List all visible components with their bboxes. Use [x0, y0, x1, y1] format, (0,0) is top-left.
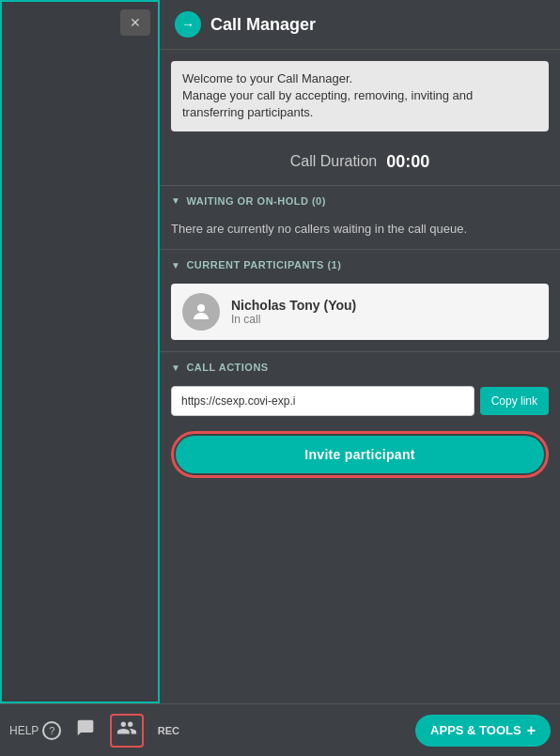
avatar: [182, 293, 220, 331]
divider-3: [160, 351, 560, 352]
arrow-icon: →: [181, 17, 194, 32]
panel-title: Call Manager: [210, 15, 316, 35]
apps-tools-button[interactable]: APPS & TOOLS +: [415, 715, 551, 747]
waiting-chevron: ▼: [171, 195, 180, 206]
panel-header: → Call Manager: [160, 0, 560, 50]
chat-icon: [76, 718, 95, 742]
waiting-section-label: WAITING OR ON-HOLD (0): [186, 195, 326, 207]
right-panel: → Call Manager Welcome to your Call Mana…: [160, 0, 560, 703]
bottom-bar: HELP ? REC APPS & TOOLS +: [0, 703, 560, 756]
participant-status: In call: [231, 313, 356, 326]
welcome-text: Welcome to your Call Manager.: [182, 70, 537, 87]
call-actions-chevron: ▼: [171, 363, 180, 373]
participants-icon: [117, 717, 137, 743]
apps-tools-label: APPS & TOOLS: [430, 723, 521, 737]
pin-icon: ✕: [130, 15, 141, 30]
invite-participant-button[interactable]: Invite participant: [176, 436, 544, 473]
rec-label: REC: [158, 725, 179, 736]
chat-button[interactable]: [69, 714, 102, 748]
waiting-empty-message: There are currently no callers waiting i…: [171, 222, 467, 236]
participant-name: Nicholas Tony (You): [231, 298, 356, 313]
call-manager-icon: →: [175, 11, 201, 38]
invite-btn-wrapper: Invite participant: [171, 431, 549, 478]
call-actions-section-label: CALL ACTIONS: [186, 362, 268, 373]
participants-button[interactable]: [110, 714, 144, 748]
divider-1: [160, 185, 560, 186]
rec-button[interactable]: REC: [151, 714, 185, 748]
participants-chevron: ▼: [171, 260, 180, 270]
divider-2: [160, 249, 560, 250]
help-label: HELP: [9, 724, 39, 737]
call-actions-section-header[interactable]: ▼ CALL ACTIONS: [160, 356, 560, 378]
call-link-row: https://csexp.covi-exp.i Copy link: [171, 386, 549, 416]
call-duration-label: Call Duration: [290, 153, 377, 170]
copy-link-button[interactable]: Copy link: [480, 387, 549, 415]
waiting-section-header[interactable]: ▼ WAITING OR ON-HOLD (0): [160, 190, 560, 212]
help-circle-icon[interactable]: ?: [42, 721, 61, 740]
participant-card: Nicholas Tony (You) In call: [171, 284, 549, 340]
participants-section-header[interactable]: ▼ CURRENT PARTICIPANTS (1): [160, 254, 560, 276]
participant-info: Nicholas Tony (You) In call: [231, 298, 356, 326]
left-panel: ✕: [0, 0, 160, 703]
main-content: ✕ → Call Manager Welcome to your Call Ma…: [0, 0, 560, 703]
welcome-box: Welcome to your Call Manager. Manage you…: [171, 61, 549, 131]
call-duration-row: Call Duration 00:00: [160, 143, 560, 181]
svg-point-0: [197, 304, 205, 312]
welcome-subtext: Manage your call by accepting, removing,…: [182, 87, 537, 121]
waiting-section-content: There are currently no callers waiting i…: [160, 212, 560, 246]
participants-section-label: CURRENT PARTICIPANTS (1): [186, 259, 341, 270]
call-link-input[interactable]: https://csexp.covi-exp.i: [171, 386, 474, 416]
plus-icon: +: [527, 722, 536, 739]
help-section: HELP ?: [9, 721, 61, 740]
pin-button[interactable]: ✕: [120, 9, 150, 36]
call-duration-time: 00:00: [386, 152, 429, 172]
